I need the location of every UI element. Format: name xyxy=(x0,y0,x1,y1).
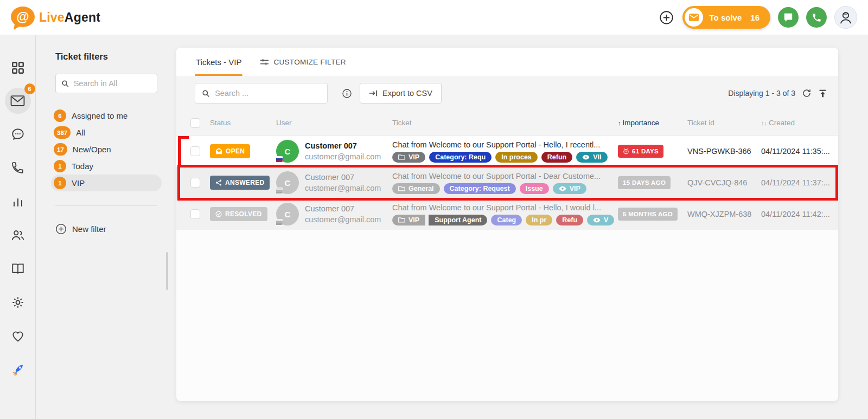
ticket-tag[interactable]: Categ xyxy=(491,215,522,225)
sidebar-item-customers[interactable] xyxy=(7,224,28,246)
liveagent-logo: @ LiveAgent xyxy=(11,7,100,28)
filter-label: VIP xyxy=(72,178,85,188)
filter-search-input[interactable] xyxy=(74,79,151,88)
sidebar-item-calls[interactable] xyxy=(7,157,28,178)
ticket-tag[interactable]: VIP xyxy=(392,152,425,163)
table-search-box[interactable] xyxy=(195,83,328,104)
scroll-top-icon[interactable] xyxy=(818,89,827,98)
sidebar-item-knowledge-base[interactable] xyxy=(7,258,28,279)
header-created[interactable]: ↑↓Created xyxy=(761,119,838,127)
sidebar-item-tickets[interactable]: 6 xyxy=(5,88,31,114)
filter-item-new-open[interactable]: 17New/Open xyxy=(51,141,162,158)
customer-email: customer@gmail.com xyxy=(305,183,381,194)
header-ticket[interactable]: Ticket xyxy=(392,119,618,127)
dashboard-icon xyxy=(11,61,25,75)
filter-search-box[interactable] xyxy=(55,74,157,93)
filter-list: 6Assigned to me387All17New/Open1Today1VI… xyxy=(55,107,157,191)
ticket-tag[interactable]: Category: Request xyxy=(444,183,516,194)
mail-icon xyxy=(10,95,25,107)
ticket-tag[interactable]: General xyxy=(392,183,440,194)
calls-icon xyxy=(11,161,24,175)
to-solve-button[interactable]: To solve 16 xyxy=(682,6,770,29)
row-checkbox[interactable] xyxy=(190,209,200,219)
select-all-checkbox[interactable] xyxy=(190,118,200,128)
tickets-badge: 6 xyxy=(24,83,35,94)
sidebar-item-reports[interactable] xyxy=(7,191,28,212)
ticket-id: WMQ-XJZPM-638 xyxy=(687,210,761,218)
sidebar-item-settings[interactable] xyxy=(7,292,28,313)
refresh-icon[interactable] xyxy=(802,88,812,98)
avatar: C xyxy=(276,203,299,225)
settings-icon xyxy=(11,295,25,310)
displaying-count: Displaying 1 - 3 of 3 xyxy=(728,89,795,98)
ticket-tag[interactable]: V xyxy=(587,215,614,225)
table-header: Status User Ticket ↑Importance Ticket id… xyxy=(176,111,838,136)
status-badge: ANSWERED xyxy=(210,176,270,190)
user-avatar[interactable] xyxy=(834,6,857,29)
filter-item-today[interactable]: 1Today xyxy=(51,158,162,175)
chats-icon xyxy=(11,127,25,141)
created-date: 04/11/2024 11:42:... xyxy=(761,210,838,218)
ticket-tag[interactable]: VII xyxy=(576,152,607,163)
sidebar-item-dashboard[interactable] xyxy=(7,57,28,78)
phone-button[interactable] xyxy=(806,7,827,28)
filter-item-assigned-to-me[interactable]: 6Assigned to me xyxy=(51,107,162,124)
top-bar: @ LiveAgent To solve 16 xyxy=(0,0,868,35)
sliders-icon xyxy=(260,58,269,66)
table-search-input[interactable] xyxy=(215,89,321,98)
ticket-row[interactable]: RESOLVEDCCustomer 007customer@gmail.comC… xyxy=(176,198,838,230)
country-flag-icon xyxy=(276,220,283,225)
ticket-tag[interactable]: Refu xyxy=(556,215,583,225)
customers-icon xyxy=(11,228,25,242)
customer-name: Customer 007 xyxy=(305,203,381,215)
ticket-tag[interactable]: Issue xyxy=(520,183,549,194)
sidebar-item-getting-started[interactable] xyxy=(7,359,28,380)
ticket-tag[interactable]: In pr xyxy=(526,215,552,225)
ticket-subject[interactable]: Chat from Welcome to our Support Portal … xyxy=(392,203,618,212)
ticket-row[interactable]: OPENCCustomer 007customer@gmail.comChat … xyxy=(176,136,838,167)
table-body: OPENCCustomer 007customer@gmail.comChat … xyxy=(176,136,838,230)
filter-label: Assigned to me xyxy=(72,111,127,120)
filter-item-vip[interactable]: 1VIP xyxy=(51,175,162,191)
customer-email: customer@gmail.com xyxy=(305,215,381,225)
header-ticket-id[interactable]: Ticket id xyxy=(687,119,761,127)
row-checkbox[interactable] xyxy=(190,178,200,188)
ticket-tag[interactable]: VIP xyxy=(553,183,586,194)
sidebar-item-chats[interactable] xyxy=(7,124,28,145)
ticket-row[interactable]: ANSWEREDCCustomer 007customer@gmail.comC… xyxy=(176,167,838,198)
header-user[interactable]: User xyxy=(276,119,392,127)
new-filter-button[interactable]: New filter xyxy=(55,223,157,235)
country-flag-icon xyxy=(276,157,283,162)
ticket-tag[interactable]: Refun xyxy=(541,152,572,163)
search-icon xyxy=(61,79,69,88)
panel-scrollbar[interactable] xyxy=(166,252,168,290)
filter-item-all[interactable]: 387All xyxy=(51,124,162,141)
filter-count-badge: 6 xyxy=(54,109,66,122)
row-checkbox[interactable] xyxy=(190,146,200,156)
tab-customize-filter[interactable]: CUSTOMIZE FILTER xyxy=(260,48,346,76)
header-status[interactable]: Status xyxy=(210,119,276,127)
ticket-subject[interactable]: Chat from Welcome to our Support Portal … xyxy=(392,172,618,181)
panel-title: Ticket filters xyxy=(55,51,157,62)
annotation-row-marker xyxy=(178,136,181,167)
plus-circle-icon xyxy=(55,223,67,235)
filter-count-badge: 387 xyxy=(54,126,71,139)
header-importance[interactable]: ↑Importance xyxy=(618,119,687,127)
tab-tickets-vip[interactable]: Tickets - VIP xyxy=(196,48,241,76)
ticket-tag[interactable]: VIPSupport Agent xyxy=(392,215,487,225)
ticket-tag[interactable]: In proces xyxy=(495,152,538,163)
chat-button[interactable] xyxy=(778,7,799,28)
ticket-id: VNS-PGWKB-366 xyxy=(687,147,761,156)
avatar: C xyxy=(276,140,299,163)
export-csv-button[interactable]: Export to CSV xyxy=(360,83,442,104)
info-icon[interactable] xyxy=(342,88,352,99)
logo-text: LiveAgent xyxy=(39,10,100,25)
filter-label: Today xyxy=(72,162,93,171)
sidebar-item-favorites[interactable] xyxy=(7,325,28,346)
ticket-tag[interactable]: Category: Requ xyxy=(429,152,492,163)
reports-icon xyxy=(11,195,24,208)
created-date: 04/11/2024 11:35:... xyxy=(761,147,838,156)
ticket-subject[interactable]: Chat from Welcome to our Support Portal … xyxy=(392,140,618,149)
customer-name: Customer 007 xyxy=(305,140,381,152)
add-new-icon[interactable] xyxy=(659,9,675,25)
